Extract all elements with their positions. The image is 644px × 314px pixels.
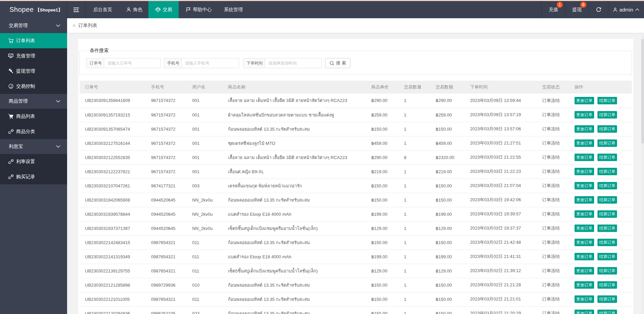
cell-username: 011 (187, 250, 223, 264)
modify-order-button[interactable]: 更改订单 (575, 267, 594, 274)
chevron-up-icon (635, 8, 639, 11)
sidebar-item-withdraw-management[interactable]: 提现管理 (0, 63, 67, 79)
sidebar-group-trade-management[interactable]: 交易管理 (0, 18, 67, 33)
settle-order-button[interactable]: 结算订单 (597, 225, 617, 232)
menu-item-label: 交易 (163, 7, 172, 13)
cell-phone: 0987654321 (146, 264, 187, 278)
settle-order-button[interactable]: 结算订单 (597, 281, 617, 289)
cell-amount: ฿150.00 (430, 179, 465, 193)
settle-order-button[interactable]: 结算订单 (597, 125, 617, 133)
settle-order-button[interactable]: 结算订单 (597, 111, 617, 119)
settle-order-button[interactable]: 结算订单 (597, 154, 617, 161)
sidebar-group-interest[interactable]: 利息宝 (0, 139, 67, 154)
modify-order-button[interactable]: 更改订单 (575, 125, 594, 133)
top-navbar: Shopee 【Shopee1】 后台首页 角色 (0, 1, 644, 18)
cell-order-no: UB2303091357193215 (80, 108, 146, 122)
modify-order-button[interactable]: 更改订单 (575, 210, 594, 218)
page-scrollbar-thumb[interactable] (641, 39, 644, 143)
modify-order-button[interactable]: 更改订单 (575, 139, 594, 147)
withdraw-label: 提现 (573, 7, 582, 13)
content-card: 条件搜索 订单号 手机号 下单时间 搜 索 (78, 39, 633, 314)
cell-price: ฿290.00 (366, 150, 399, 164)
menu-item-help[interactable]: 帮助中心 (179, 1, 219, 18)
modify-order-button[interactable]: 更改订单 (575, 97, 594, 104)
sidebar-item-rate-settings[interactable]: 利率设置 (0, 154, 67, 169)
cell-actions: 更改订单 结算订单 (569, 264, 632, 278)
settle-order-button[interactable]: 结算订单 (597, 267, 617, 274)
menu-item-trade[interactable]: 交易 (148, 1, 179, 18)
sidebar-item-label: 商品列表 (16, 113, 35, 120)
sidebar-item-recharge-management[interactable]: 充值管理 (0, 48, 67, 63)
status-badge: 订单冻结 (537, 221, 569, 235)
user-menu[interactable]: admin (608, 1, 644, 18)
sidebar-group-label: 利息宝 (9, 143, 23, 150)
sidebar-collapse-button[interactable] (67, 1, 85, 18)
settle-order-button[interactable]: 结算订单 (597, 97, 617, 104)
modify-order-button[interactable]: 更改订单 (575, 253, 594, 260)
settle-order-button[interactable]: 结算订单 (597, 196, 617, 204)
table-row: UB2303091357193215 9671574372 001 ผ้าคลุ… (80, 108, 632, 122)
refresh-button[interactable] (589, 1, 608, 18)
modify-order-button[interactable]: 更改订单 (575, 281, 594, 289)
phone-field: 手机号 (164, 58, 239, 68)
cell-amount: ฿199.00 (430, 250, 465, 264)
sidebar-item-product-list[interactable]: 商品列表 (0, 109, 67, 124)
sidebar-item-purchase-records[interactable]: 购买记录 (0, 169, 67, 184)
cell-price: ฿150.00 (366, 122, 399, 136)
modify-order-button[interactable]: 更改订单 (575, 310, 594, 314)
cell-actions: 更改订单 结算订单 (569, 221, 632, 235)
settle-order-button[interactable]: 结算订单 (597, 139, 617, 147)
sidebar-item-order-list[interactable]: 订单列表 (0, 33, 67, 48)
cell-amount: ฿150.00 (430, 193, 465, 207)
cell-amount: ฿150.00 (430, 122, 465, 136)
modify-order-button[interactable]: 更改订单 (575, 225, 594, 232)
cell-username: NN_2kv0u (187, 221, 223, 235)
cell-phone: 0944520645 (146, 207, 187, 221)
settle-order-button[interactable]: 结算订单 (597, 210, 617, 218)
cell-phone: 0987654321 (146, 292, 187, 306)
cell-product: แบตสำรอง Eloop E18 4000 mAh (223, 250, 366, 264)
order-no-input[interactable] (104, 58, 160, 68)
cell-order-no: UB2303022121011005 (80, 292, 146, 306)
modify-order-button[interactable]: 更改订单 (575, 295, 594, 303)
breadcrumb-chevrons-icon: » (72, 22, 76, 28)
table-row: UB2303031939578844 0944520645 NN_2kv0u แ… (80, 207, 632, 221)
sidebar-item-product-category[interactable]: 商品分类 (0, 124, 67, 139)
cell-amount: ฿219.00 (430, 164, 465, 179)
cell-amount: ฿129.00 (430, 221, 465, 235)
modify-order-button[interactable]: 更改订单 (575, 168, 594, 175)
sidebar-item-trade-control[interactable]: 交易控制 (0, 79, 67, 94)
modify-order-button[interactable]: 更改订单 (575, 154, 594, 161)
modify-order-button[interactable]: 更改订单 (575, 182, 594, 189)
withdraw-button[interactable]: 提现 8 (565, 1, 589, 18)
logo-badge-text: 【Shopee1】 (35, 7, 62, 13)
table-row: UB2303091359441609 9671574372 001 เสื้อล… (80, 94, 632, 108)
cell-time: 2023年03月03日 19:39:57 (465, 207, 537, 221)
username-label: admin (619, 7, 633, 12)
menu-item-roles[interactable]: 角色 (120, 1, 148, 18)
phone-input[interactable] (182, 58, 239, 68)
cell-actions: 更改订单 结算订单 (569, 122, 632, 136)
settle-order-button[interactable]: 结算订单 (597, 295, 617, 303)
table-row: UB2303032122552835 9671574372 001 เสื้อล… (80, 150, 632, 164)
cell-username: 010 (187, 278, 223, 292)
search-button[interactable]: 搜 索 (325, 58, 350, 68)
settle-order-button[interactable]: 结算订单 (597, 253, 617, 260)
cell-amount: ฿259.00 (430, 108, 465, 122)
settle-order-button[interactable]: 结算订单 (597, 310, 617, 314)
order-time-input[interactable] (265, 58, 321, 68)
modify-order-button[interactable]: 更改订单 (575, 196, 594, 204)
menu-item-system[interactable]: 系统管理 (219, 1, 248, 18)
cell-price: ฿199.00 (366, 207, 399, 221)
cell-amount: ฿290.00 (430, 94, 465, 108)
modify-order-button[interactable]: 更改订单 (575, 111, 594, 119)
status-badge: 订单冻结 (537, 250, 569, 264)
settle-order-button[interactable]: 结算订单 (597, 168, 617, 175)
menu-item-home[interactable]: 后台首页 (85, 1, 120, 18)
sidebar: 交易管理 订单列表 充值管理 (0, 18, 67, 314)
sidebar-group-product-management[interactable]: 商品管理 (0, 94, 67, 109)
modify-order-button[interactable]: 更改订单 (575, 239, 594, 246)
settle-order-button[interactable]: 结算订单 (597, 239, 617, 246)
recharge-button[interactable]: 充值 1 (541, 1, 565, 18)
settle-order-button[interactable]: 结算订单 (597, 182, 617, 189)
